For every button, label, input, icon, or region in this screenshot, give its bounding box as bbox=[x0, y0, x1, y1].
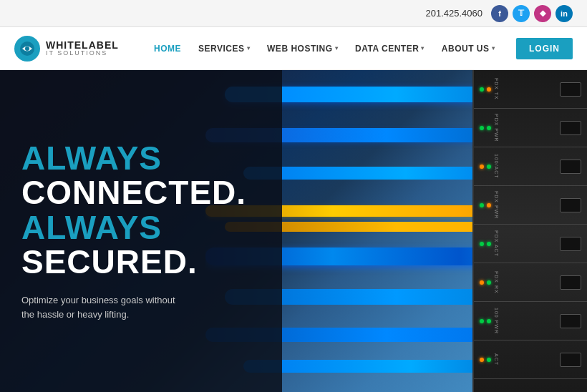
hw-label: FDX RX bbox=[494, 271, 499, 294]
led-indicator bbox=[487, 87, 491, 92]
hero-content: ALWAYS CONNECTED. ALWAYS SECURED. Optimi… bbox=[0, 70, 246, 392]
led-indicator bbox=[480, 165, 484, 169]
hw-port bbox=[560, 121, 581, 135]
led-indicator bbox=[480, 358, 484, 362]
hero-subtitle: Optimize your business goals without the… bbox=[21, 293, 186, 321]
led-indicator bbox=[480, 280, 484, 285]
hw-label: PDX PWR bbox=[494, 114, 499, 142]
led-indicator bbox=[487, 203, 491, 207]
logo-main-text: WHITELABEL bbox=[46, 40, 119, 50]
navbar: WHITELABEL IT SOLUTIONS HOME SERVICES ▾ … bbox=[0, 27, 587, 70]
led-indicator bbox=[487, 242, 491, 246]
hero-title-line4: SECURED. bbox=[21, 243, 198, 280]
hw-slot: 100 PWR bbox=[474, 302, 587, 340]
hero-title-line1: ALWAYS bbox=[21, 139, 162, 177]
hardware-panel: FDX TX PDX PWR 100/ACT FDX PWR bbox=[472, 70, 587, 392]
logo-text: WHITELABEL IT SOLUTIONS bbox=[46, 40, 119, 57]
hw-slot: ACT bbox=[474, 340, 587, 379]
hw-slot: 100/ACT bbox=[474, 147, 587, 186]
hw-label: 100 PWR bbox=[494, 308, 499, 334]
hw-slot: FDX RX bbox=[474, 263, 587, 302]
hw-port bbox=[560, 160, 581, 174]
nav-about-us[interactable]: ABOUT US ▾ bbox=[435, 39, 502, 58]
nav-links: HOME SERVICES ▾ WEB HOSTING ▾ DATA CENTE… bbox=[147, 39, 502, 58]
instagram-icon[interactable]: ◆ bbox=[534, 5, 551, 22]
hw-label: FDX TX bbox=[494, 78, 499, 100]
hw-port bbox=[560, 237, 581, 251]
led-indicator bbox=[480, 242, 484, 246]
hw-label: 100/ACT bbox=[494, 154, 499, 179]
nav-data-center[interactable]: DATA CENTER ▾ bbox=[348, 39, 432, 58]
hero-title: ALWAYS CONNECTED. ALWAYS SECURED. bbox=[21, 141, 225, 279]
hero-section: FDX TX PDX PWR 100/ACT FDX PWR bbox=[0, 70, 587, 392]
hw-port bbox=[560, 314, 581, 328]
hw-label: FDX PWR bbox=[494, 191, 499, 219]
nav-services[interactable]: SERVICES ▾ bbox=[191, 39, 257, 58]
login-button[interactable]: LOGIN bbox=[516, 38, 573, 59]
hero-title-line3: ALWAYS bbox=[21, 209, 162, 246]
led-indicator bbox=[487, 358, 491, 362]
logo-icon bbox=[14, 36, 40, 62]
hero-title-line2: CONNECTED. bbox=[21, 174, 246, 211]
hw-slot: FDX PWR bbox=[474, 186, 587, 225]
svg-point-1 bbox=[25, 46, 29, 51]
logo[interactable]: WHITELABEL IT SOLUTIONS bbox=[14, 36, 119, 62]
hw-slot: FDX TX bbox=[474, 70, 587, 109]
linkedin-icon[interactable]: in bbox=[556, 5, 573, 22]
nav-home[interactable]: HOME bbox=[147, 39, 188, 58]
nav-web-hosting[interactable]: WEB HOSTING ▾ bbox=[260, 39, 345, 58]
chevron-down-icon: ▾ bbox=[492, 45, 495, 52]
logo-sub-text: IT SOLUTIONS bbox=[46, 50, 119, 57]
social-icons: f 𝕋 ◆ in bbox=[491, 5, 573, 22]
led-indicator bbox=[480, 203, 484, 207]
led-indicator bbox=[480, 319, 484, 323]
twitter-icon[interactable]: 𝕋 bbox=[513, 5, 530, 22]
led-indicator bbox=[487, 165, 491, 169]
hw-slot: PDX ACT bbox=[474, 225, 587, 263]
top-bar: 201.425.4060 f 𝕋 ◆ in bbox=[0, 0, 587, 27]
hw-label: PDX ACT bbox=[494, 230, 499, 257]
chevron-down-icon: ▾ bbox=[335, 45, 339, 52]
led-indicator bbox=[480, 87, 484, 92]
chevron-down-icon: ▾ bbox=[247, 45, 251, 52]
hw-port bbox=[560, 275, 581, 290]
hw-label: ACT bbox=[494, 353, 499, 366]
facebook-icon[interactable]: f bbox=[491, 5, 508, 22]
phone-number: 201.425.4060 bbox=[425, 8, 482, 19]
hw-port bbox=[560, 353, 581, 367]
hw-port bbox=[560, 82, 581, 97]
hw-slot: PDX PWR bbox=[474, 109, 587, 147]
hw-port bbox=[560, 198, 581, 212]
led-indicator bbox=[487, 319, 491, 323]
led-indicator bbox=[487, 126, 491, 130]
led-indicator bbox=[480, 126, 484, 130]
chevron-down-icon: ▾ bbox=[421, 45, 425, 52]
led-indicator bbox=[487, 280, 491, 285]
